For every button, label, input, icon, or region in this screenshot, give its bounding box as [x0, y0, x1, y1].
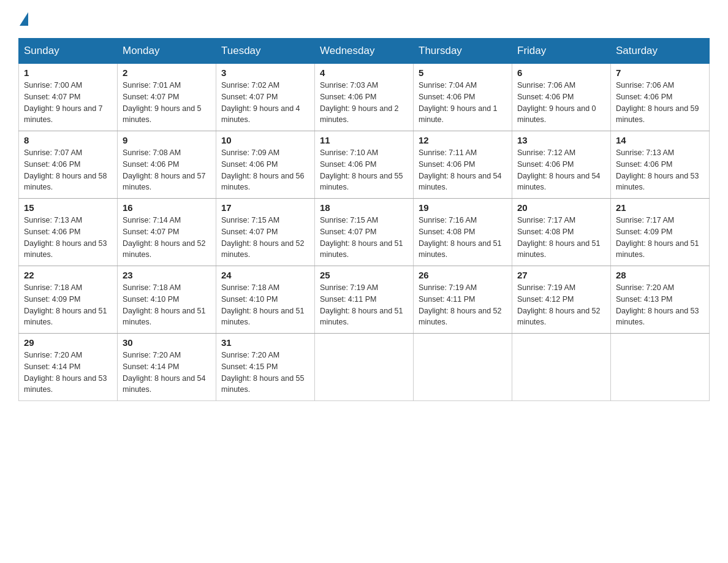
day-info: Sunrise: 7:20 AM Sunset: 4:14 PM Dayligh… — [24, 350, 112, 396]
calendar-cell — [414, 334, 512, 401]
calendar-cell: 2 Sunrise: 7:01 AM Sunset: 4:07 PM Dayli… — [118, 64, 216, 131]
page-header — [18, 12, 710, 26]
calendar-cell — [315, 334, 414, 401]
day-number: 7 — [616, 67, 704, 78]
header-sunday: Sunday — [19, 39, 118, 64]
day-number: 12 — [419, 135, 507, 145]
day-info: Sunrise: 7:19 AM Sunset: 4:12 PM Dayligh… — [517, 282, 605, 328]
calendar-week-row: 22 Sunrise: 7:18 AM Sunset: 4:09 PM Dayl… — [19, 266, 710, 334]
calendar-cell: 23 Sunrise: 7:18 AM Sunset: 4:10 PM Dayl… — [118, 266, 216, 334]
day-number: 17 — [221, 202, 309, 213]
day-info: Sunrise: 7:08 AM Sunset: 4:06 PM Dayligh… — [123, 147, 211, 193]
day-number: 15 — [24, 202, 112, 213]
day-number: 16 — [123, 202, 211, 213]
calendar-week-row: 1 Sunrise: 7:00 AM Sunset: 4:07 PM Dayli… — [19, 64, 710, 131]
calendar-cell: 25 Sunrise: 7:19 AM Sunset: 4:11 PM Dayl… — [315, 266, 414, 334]
day-number: 25 — [320, 270, 408, 280]
calendar-cell: 24 Sunrise: 7:18 AM Sunset: 4:10 PM Dayl… — [216, 266, 315, 334]
calendar-cell: 7 Sunrise: 7:06 AM Sunset: 4:06 PM Dayli… — [611, 64, 710, 131]
calendar-cell: 5 Sunrise: 7:04 AM Sunset: 4:06 PM Dayli… — [414, 64, 512, 131]
calendar-cell: 17 Sunrise: 7:15 AM Sunset: 4:07 PM Dayl… — [216, 199, 315, 266]
day-info: Sunrise: 7:04 AM Sunset: 4:06 PM Dayligh… — [419, 80, 507, 126]
day-info: Sunrise: 7:09 AM Sunset: 4:06 PM Dayligh… — [221, 147, 309, 193]
day-number: 2 — [123, 67, 211, 78]
day-info: Sunrise: 7:20 AM Sunset: 4:14 PM Dayligh… — [123, 350, 211, 396]
calendar-cell — [611, 334, 710, 401]
calendar-cell: 10 Sunrise: 7:09 AM Sunset: 4:06 PM Dayl… — [216, 131, 315, 199]
day-number: 8 — [24, 135, 112, 145]
logo-triangle-icon — [20, 12, 28, 26]
day-info: Sunrise: 7:15 AM Sunset: 4:07 PM Dayligh… — [320, 215, 408, 261]
day-info: Sunrise: 7:06 AM Sunset: 4:06 PM Dayligh… — [517, 80, 605, 126]
day-info: Sunrise: 7:12 AM Sunset: 4:06 PM Dayligh… — [517, 147, 605, 193]
calendar-cell: 3 Sunrise: 7:02 AM Sunset: 4:07 PM Dayli… — [216, 64, 315, 131]
calendar-table: SundayMondayTuesdayWednesdayThursdayFrid… — [18, 38, 710, 401]
calendar-cell: 30 Sunrise: 7:20 AM Sunset: 4:14 PM Dayl… — [118, 334, 216, 401]
day-number: 21 — [616, 202, 704, 213]
day-info: Sunrise: 7:17 AM Sunset: 4:09 PM Dayligh… — [616, 215, 704, 261]
calendar-cell: 22 Sunrise: 7:18 AM Sunset: 4:09 PM Dayl… — [19, 266, 118, 334]
header-saturday: Saturday — [611, 39, 710, 64]
calendar-cell: 9 Sunrise: 7:08 AM Sunset: 4:06 PM Dayli… — [118, 131, 216, 199]
day-info: Sunrise: 7:18 AM Sunset: 4:09 PM Dayligh… — [24, 282, 112, 328]
calendar-cell: 4 Sunrise: 7:03 AM Sunset: 4:06 PM Dayli… — [315, 64, 414, 131]
calendar-cell: 26 Sunrise: 7:19 AM Sunset: 4:11 PM Dayl… — [414, 266, 512, 334]
day-number: 13 — [517, 135, 605, 145]
header-monday: Monday — [118, 39, 216, 64]
day-number: 11 — [320, 135, 408, 145]
day-info: Sunrise: 7:00 AM Sunset: 4:07 PM Dayligh… — [24, 80, 112, 126]
calendar-cell: 14 Sunrise: 7:13 AM Sunset: 4:06 PM Dayl… — [611, 131, 710, 199]
day-info: Sunrise: 7:06 AM Sunset: 4:06 PM Dayligh… — [616, 80, 704, 126]
day-number: 28 — [616, 270, 704, 280]
day-number: 10 — [221, 135, 309, 145]
day-number: 30 — [123, 337, 211, 348]
day-info: Sunrise: 7:20 AM Sunset: 4:13 PM Dayligh… — [616, 282, 704, 328]
day-number: 20 — [517, 202, 605, 213]
day-info: Sunrise: 7:19 AM Sunset: 4:11 PM Dayligh… — [419, 282, 507, 328]
calendar-cell: 13 Sunrise: 7:12 AM Sunset: 4:06 PM Dayl… — [512, 131, 611, 199]
calendar-cell: 16 Sunrise: 7:14 AM Sunset: 4:07 PM Dayl… — [118, 199, 216, 266]
day-number: 19 — [419, 202, 507, 213]
calendar-cell: 19 Sunrise: 7:16 AM Sunset: 4:08 PM Dayl… — [414, 199, 512, 266]
day-number: 4 — [320, 67, 408, 78]
calendar-cell: 8 Sunrise: 7:07 AM Sunset: 4:06 PM Dayli… — [19, 131, 118, 199]
calendar-week-row: 15 Sunrise: 7:13 AM Sunset: 4:06 PM Dayl… — [19, 199, 710, 266]
header-wednesday: Wednesday — [315, 39, 414, 64]
day-info: Sunrise: 7:19 AM Sunset: 4:11 PM Dayligh… — [320, 282, 408, 328]
day-info: Sunrise: 7:10 AM Sunset: 4:06 PM Dayligh… — [320, 147, 408, 193]
day-number: 3 — [221, 67, 309, 78]
calendar-cell: 21 Sunrise: 7:17 AM Sunset: 4:09 PM Dayl… — [611, 199, 710, 266]
header-friday: Friday — [512, 39, 611, 64]
day-number: 24 — [221, 270, 309, 280]
calendar-cell: 12 Sunrise: 7:11 AM Sunset: 4:06 PM Dayl… — [414, 131, 512, 199]
header-thursday: Thursday — [414, 39, 512, 64]
day-info: Sunrise: 7:18 AM Sunset: 4:10 PM Dayligh… — [123, 282, 211, 328]
day-number: 23 — [123, 270, 211, 280]
day-info: Sunrise: 7:20 AM Sunset: 4:15 PM Dayligh… — [221, 350, 309, 396]
day-number: 6 — [517, 67, 605, 78]
calendar-cell: 15 Sunrise: 7:13 AM Sunset: 4:06 PM Dayl… — [19, 199, 118, 266]
day-info: Sunrise: 7:15 AM Sunset: 4:07 PM Dayligh… — [221, 215, 309, 261]
calendar-cell: 6 Sunrise: 7:06 AM Sunset: 4:06 PM Dayli… — [512, 64, 611, 131]
logo — [18, 12, 29, 26]
calendar-cell: 18 Sunrise: 7:15 AM Sunset: 4:07 PM Dayl… — [315, 199, 414, 266]
day-info: Sunrise: 7:02 AM Sunset: 4:07 PM Dayligh… — [221, 80, 309, 126]
day-info: Sunrise: 7:18 AM Sunset: 4:10 PM Dayligh… — [221, 282, 309, 328]
day-number: 18 — [320, 202, 408, 213]
day-number: 22 — [24, 270, 112, 280]
calendar-cell: 1 Sunrise: 7:00 AM Sunset: 4:07 PM Dayli… — [19, 64, 118, 131]
day-info: Sunrise: 7:11 AM Sunset: 4:06 PM Dayligh… — [419, 147, 507, 193]
calendar-header-row: SundayMondayTuesdayWednesdayThursdayFrid… — [19, 39, 710, 64]
day-info: Sunrise: 7:14 AM Sunset: 4:07 PM Dayligh… — [123, 215, 211, 261]
day-info: Sunrise: 7:13 AM Sunset: 4:06 PM Dayligh… — [616, 147, 704, 193]
day-number: 9 — [123, 135, 211, 145]
day-number: 31 — [221, 337, 309, 348]
day-info: Sunrise: 7:16 AM Sunset: 4:08 PM Dayligh… — [419, 215, 507, 261]
day-number: 27 — [517, 270, 605, 280]
day-info: Sunrise: 7:07 AM Sunset: 4:06 PM Dayligh… — [24, 147, 112, 193]
header-tuesday: Tuesday — [216, 39, 315, 64]
day-info: Sunrise: 7:13 AM Sunset: 4:06 PM Dayligh… — [24, 215, 112, 261]
calendar-week-row: 8 Sunrise: 7:07 AM Sunset: 4:06 PM Dayli… — [19, 131, 710, 199]
day-info: Sunrise: 7:01 AM Sunset: 4:07 PM Dayligh… — [123, 80, 211, 126]
day-number: 5 — [419, 67, 507, 78]
